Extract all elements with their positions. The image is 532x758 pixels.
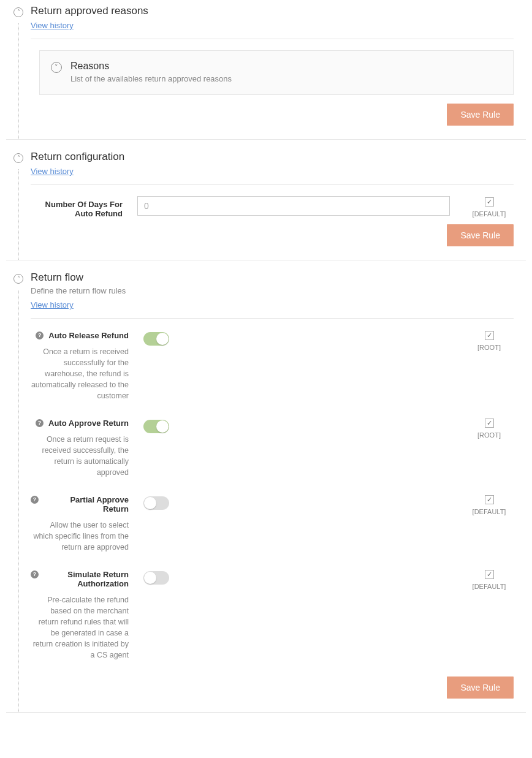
divider [31,318,514,319]
flow-desc: Allow the user to select which specific … [31,520,129,553]
panel-title: Return approved reasons [31,5,514,17]
help-icon[interactable]: ? [31,496,39,504]
toggle-switch[interactable] [143,332,169,346]
view-history-link[interactable]: View history [31,167,74,176]
toggle-switch[interactable] [143,496,169,510]
chevron-down-icon[interactable]: ˅ [51,62,62,73]
panel-gutter: ˄ [6,5,31,126]
panel-return-approved-reasons: ˄ Return approved reasons View history ˅… [6,0,526,140]
panel-return-flow: ˄ Return flow Define the return flow rul… [6,260,526,713]
divider [31,39,514,39]
flow-label-col: ? Partial Approve Return Allow the user … [31,494,129,553]
help-icon[interactable]: ? [36,332,44,339]
panel-body: Return approved reasons View history ˅ R… [31,5,526,126]
scope-meta: [ROOT] [465,330,514,351]
flow-desc: Once a return is received successfully f… [31,346,129,402]
field-label-line1: Number Of Days For [45,200,123,209]
flow-label: Simulate Return Authorization [44,570,129,588]
scope-label: [ROOT] [477,431,501,439]
reasons-card-title: Reasons [70,61,232,72]
flow-row: ? Partial Approve Return Allow the user … [31,494,514,553]
chevron-up-icon[interactable]: ˄ [13,7,23,17]
flow-desc: Pre-calculate the refund based on the me… [31,594,129,661]
help-icon[interactable]: ? [36,419,44,427]
field-label: Number Of Days For Auto Refund [31,196,123,218]
panel-gutter: ˄ [6,151,31,246]
scope-meta: [ROOT] [465,417,514,439]
scope-checkbox[interactable] [485,570,494,579]
toggle-knob [144,497,156,509]
reasons-card: ˅ Reasons List of the availables return … [39,50,514,95]
flow-label-col: ? Auto Release Refund Once a return is r… [31,330,129,401]
scope-label: [ROOT] [477,344,501,351]
days-auto-refund-input[interactable] [137,196,450,216]
save-rule-button[interactable]: Save Rule [447,104,514,126]
view-history-link[interactable]: View history [31,21,74,30]
view-history-link[interactable]: View history [31,300,74,309]
flow-label: Auto Approve Return [48,419,129,428]
scope-label: [DEFAULT] [473,508,506,515]
toggle-knob [156,420,169,433]
panel-subtitle: Define the return flow rules [31,286,514,295]
flow-label: Partial Approve Return [44,495,129,514]
flow-desc: Once a return request is received succes… [31,434,129,479]
scope-checkbox[interactable] [485,197,494,207]
divider [31,184,514,185]
flow-row: ? Simulate Return Authorization Pre-calc… [31,569,514,661]
flow-label-col: ? Auto Approve Return Once a return requ… [31,417,129,478]
scope-meta: [DEFAULT] [465,569,514,590]
scope-checkbox[interactable] [485,331,494,340]
flow-row: ? Auto Approve Return Once a return requ… [31,417,514,478]
scope-meta: [DEFAULT] [465,494,514,515]
panel-body: Return flow Define the return flow rules… [31,271,526,699]
scope-label: [DEFAULT] [473,210,506,218]
field-label-line2: Auto Refund [75,209,123,218]
panel-title: Return flow [31,271,514,284]
scope-checkbox[interactable] [485,495,494,504]
scope-label: [DEFAULT] [473,583,506,590]
toggle-switch[interactable] [143,571,169,585]
panel-return-configuration: ˄ Return configuration View history Numb… [6,140,526,260]
help-icon[interactable]: ? [31,570,39,578]
save-rule-button[interactable]: Save Rule [447,677,514,699]
toggle-knob [144,572,156,584]
panel-body: Return configuration View history Number… [31,151,526,246]
panel-gutter: ˄ [6,271,31,699]
toggle-switch[interactable] [143,420,169,433]
scope-checkbox[interactable] [485,419,494,428]
reasons-card-desc: List of the availables return approved r… [70,74,232,83]
save-rule-button[interactable]: Save Rule [447,224,514,246]
panel-title: Return configuration [31,151,514,163]
toggle-knob [156,333,169,345]
flow-row: ? Auto Release Refund Once a return is r… [31,330,514,401]
scope-meta: [DEFAULT] [465,196,514,218]
field-row-days-auto-refund: Number Of Days For Auto Refund [DEFAULT] [31,196,514,218]
chevron-up-icon[interactable]: ˄ [13,153,23,163]
flow-label: Auto Release Refund [48,331,129,340]
flow-label-col: ? Simulate Return Authorization Pre-calc… [31,569,129,661]
chevron-up-icon[interactable]: ˄ [13,274,23,284]
